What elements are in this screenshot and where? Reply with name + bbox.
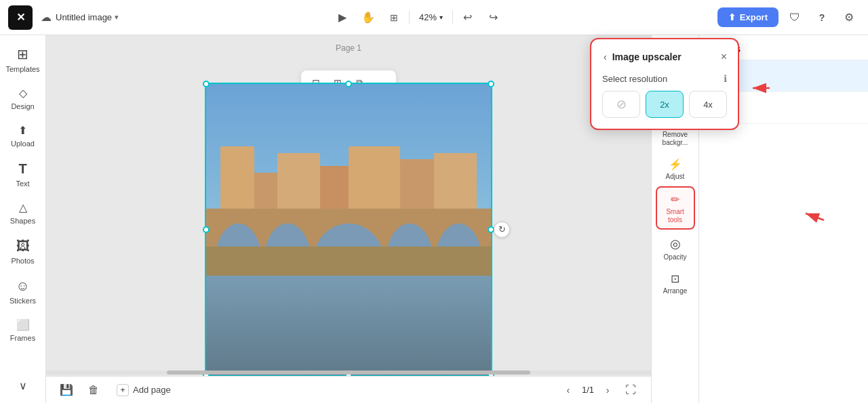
rotate-handle[interactable]: ↻ (494, 221, 510, 238)
topbar-tools: ▶ ✋ ⊞ 42% ▾ ↩ ↪ (124, 7, 712, 28)
fit-btn[interactable]: ⛶ (621, 381, 640, 400)
app-logo: ✕ (8, 5, 33, 30)
sidebar-item-shapes[interactable]: △ Shapes (4, 196, 42, 230)
upscaler-title: Image upscaler (612, 51, 682, 62)
topbar-right: ⬆ Export 🛡 ? ⚙ (717, 7, 860, 28)
templates-icon: ⊞ (17, 46, 28, 62)
tool-adjust[interactable]: ⚡ Adjust (656, 152, 695, 185)
photos-icon: 🖼 (16, 238, 30, 254)
handle-top-right[interactable] (488, 81, 494, 87)
sidebar-item-stickers[interactable]: ☺ Stickers (4, 273, 42, 310)
resolution-buttons: ⊘ 2x 4x (602, 91, 727, 118)
page-label: Page 1 (336, 43, 361, 53)
tool-arrange[interactable]: ⊡ Arrange (656, 267, 695, 299)
tool-smart-tools[interactable]: ✏ Smart tools (656, 186, 695, 230)
sidebar-item-templates[interactable]: ⊞ Templates (4, 41, 42, 79)
handle-top-left[interactable] (203, 81, 210, 87)
info-icon: ℹ (724, 73, 727, 84)
zoom-control[interactable]: 42% ▾ (414, 9, 448, 25)
redo-btn[interactable]: ↪ (483, 7, 505, 28)
none-icon: ⊘ (616, 98, 627, 111)
arrange-icon: ⊡ (671, 272, 679, 285)
canvas-bottom-bar: 💾 🗑 + Add page ‹ 1/1 › ⛶ (46, 376, 651, 403)
text-icon: T (18, 161, 26, 177)
sidebar-item-text[interactable]: T Text (4, 156, 42, 193)
export-icon: ⬆ (728, 12, 736, 22)
canvas-area: Page 1 ⊡ ⊞ ⧉ ··· (46, 35, 651, 403)
topbar: ✕ ☁ Untitled image ▾ ▶ ✋ ⊞ 42% ▾ ↩ ↪ ⬆ E… (0, 0, 868, 35)
upscaler-resolution-label: Select resolution ℹ (602, 73, 727, 84)
undo-btn[interactable]: ↩ (457, 7, 479, 28)
handle-middle-left[interactable] (203, 226, 210, 233)
page-prev-btn[interactable]: ‹ (560, 382, 576, 398)
help-btn[interactable]: ? (811, 7, 833, 28)
main-area: ⊞ Templates ◇ Design ⬆ Upload T Text △ S… (0, 35, 868, 403)
upscaler-header: ‹ Image upscaler × (602, 50, 727, 64)
left-sidebar: ⊞ Templates ◇ Design ⬆ Upload T Text △ S… (0, 35, 46, 403)
bridge-image (206, 84, 491, 375)
canvas-scrollbar-thumb (167, 370, 530, 375)
shield-btn[interactable]: 🛡 (784, 7, 806, 28)
upscaler-close-btn[interactable]: × (721, 51, 727, 63)
sidebar-item-design[interactable]: ◇ Design (4, 81, 42, 116)
design-icon: ◇ (19, 87, 27, 100)
more-icon: ∨ (19, 379, 27, 392)
sidebar-item-upload[interactable]: ⬆ Upload (4, 119, 42, 153)
add-page-btn[interactable]: + Add page (111, 381, 176, 399)
smart-tools-icon: ✏ (671, 193, 679, 206)
page-info: 1/1 (582, 385, 594, 395)
hand-tool-btn[interactable]: ✋ (357, 7, 379, 28)
canvas-scrollbar[interactable] (46, 370, 651, 375)
resolution-2x-btn[interactable]: 2x (646, 91, 684, 118)
upscaler-title-row: ‹ Image upscaler (602, 50, 682, 64)
delete-page-btn[interactable]: 🗑 (84, 381, 103, 400)
water-bg (206, 273, 491, 375)
settings-btn[interactable]: ⚙ (838, 7, 860, 28)
adjust-icon: ⚡ (669, 158, 682, 171)
resolution-none-btn[interactable]: ⊘ (602, 91, 640, 118)
cloud-icon: ☁ (41, 11, 52, 24)
select-tool-btn[interactable]: ▶ (332, 7, 353, 28)
export-button[interactable]: ⬆ Export (717, 7, 778, 27)
opacity-icon: ◎ (670, 236, 681, 251)
sidebar-item-more[interactable]: ∨ (4, 374, 42, 398)
sidebar-item-photos[interactable]: 🖼 Photos (4, 233, 42, 270)
selected-image[interactable]: ↻ (205, 83, 492, 377)
save-page-btn[interactable]: 💾 (57, 381, 76, 400)
upscaler-back-btn[interactable]: ‹ (602, 50, 608, 64)
image-upscaler-popup: ‹ Image upscaler × Select resolution ℹ ⊘… (590, 38, 739, 130)
document-title[interactable]: Untitled image ▾ (56, 12, 119, 22)
upload-icon: ⬆ (18, 124, 27, 137)
handle-top-middle[interactable] (345, 81, 352, 87)
resolution-4x-btn[interactable]: 4x (689, 91, 727, 118)
stickers-icon: ☺ (16, 278, 29, 294)
page-next-btn[interactable]: › (599, 382, 616, 398)
frame-tool-btn[interactable]: ⊞ (383, 7, 405, 28)
page-navigation: ‹ 1/1 › ⛶ (560, 381, 640, 400)
add-page-icon: + (117, 384, 129, 396)
tool-opacity[interactable]: ◎ Opacity (656, 231, 695, 266)
shapes-icon: △ (19, 201, 27, 214)
sidebar-item-frames[interactable]: ⬜ Frames (4, 313, 42, 347)
frames-icon: ⬜ (16, 318, 30, 331)
